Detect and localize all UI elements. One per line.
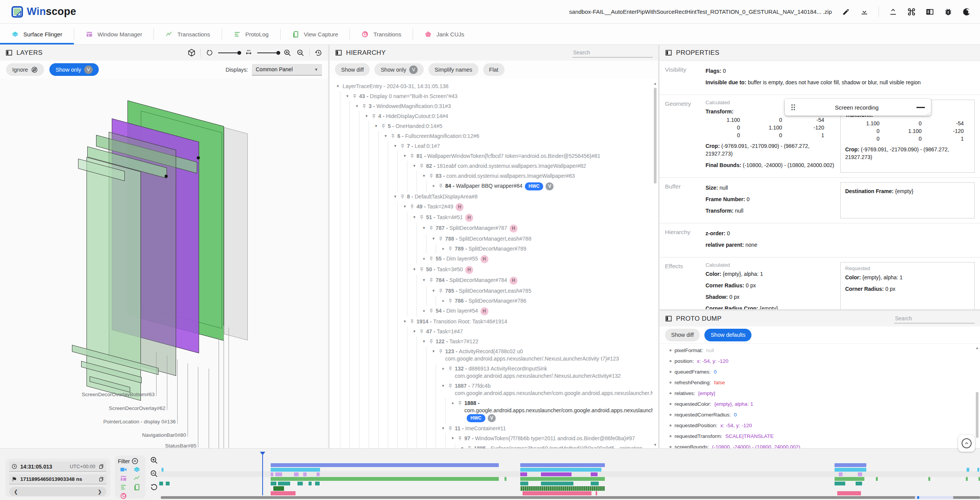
trace-segment-wm-purple-light[interactable] xyxy=(858,472,862,476)
tab-protolog[interactable]: ProtoLog xyxy=(222,24,280,44)
proto-entry-pixelFormat[interactable]: pixelFormat: null xyxy=(670,348,974,353)
ignore-button[interactable]: Ignore xyxy=(6,63,44,76)
proto-entry-queuedFrames[interactable]: queuedFrames: 0 xyxy=(670,369,974,375)
window-manager-filter-icon[interactable] xyxy=(120,475,127,482)
layer-rect-back-grey[interactable] xyxy=(224,127,248,341)
show-only-button[interactable]: Show only V xyxy=(49,63,99,76)
tree-node-784[interactable]: ▼784 - SplitDecorManager#784H xyxy=(421,275,653,286)
tree-node-root[interactable]: ▼LayerTraceEntry - 2024-03-31, 14:31:05.… xyxy=(335,81,653,91)
trace-segment-transactions-green[interactable] xyxy=(271,477,499,481)
tree-node-787[interactable]: ▼787 - SplitDecorManager#787H xyxy=(421,223,653,234)
tree-node-1914[interactable]: ▼1914 - Transition Root: Task=46#1914 xyxy=(402,316,653,326)
bug-report-icon[interactable] xyxy=(944,8,952,16)
tab-window-manager[interactable]: Window Manager xyxy=(74,24,154,44)
tree-node-55[interactable]: 55 - Dim layer#55H xyxy=(421,254,653,264)
trace-segment-transactions-green[interactable] xyxy=(876,477,878,481)
trace-segment-transactions-green[interactable] xyxy=(978,477,980,481)
proto-entry-refreshPending[interactable]: refreshPending: false xyxy=(670,380,974,385)
flat-button[interactable]: Flat xyxy=(483,63,505,76)
trace-segment-viewcapture-teal[interactable] xyxy=(271,482,276,485)
proto-entry-relatives[interactable]: relatives: [empty] xyxy=(670,390,974,396)
spacing-icon[interactable] xyxy=(244,49,253,57)
spacing-slider[interactable] xyxy=(257,52,279,53)
tree-node-4[interactable]: ▼4 - HideDisplayCutout:0:14#4 xyxy=(364,111,653,121)
upload-icon[interactable] xyxy=(889,8,897,16)
reset-view-icon[interactable] xyxy=(314,49,323,57)
zoom-out-icon[interactable] xyxy=(296,49,305,57)
protolog-filter-icon[interactable] xyxy=(120,484,127,491)
tree-node-5[interactable]: ▼5 - OneHanded:0:14#5 xyxy=(373,121,653,131)
simplify-names-button[interactable]: Simplify names xyxy=(428,63,478,76)
screen-recording-filter-icon[interactable] xyxy=(120,466,127,473)
trace-segment-transitions-pink[interactable] xyxy=(596,491,597,495)
resize-handle[interactable] xyxy=(926,112,931,114)
trace-segment-screenrec-darkgreen-hatched[interactable] xyxy=(520,486,605,491)
trace-segment-screenrec-darkgreen[interactable] xyxy=(273,486,284,491)
view-capture-filter-icon[interactable] xyxy=(133,484,140,491)
hierarchy-scrollbar[interactable]: ▲ ▼ xyxy=(653,82,657,447)
trace-segment-viewcapture-teal[interactable] xyxy=(591,482,599,485)
tree-node-50[interactable]: ▼50 - Task=3#50H xyxy=(412,264,653,275)
drag-handle-icon[interactable] xyxy=(790,104,797,111)
proto-entry-requestedColor[interactable]: requestedColor: {empty}, alpha: 1 xyxy=(670,401,974,407)
trace-segment-wm-purple-light[interactable] xyxy=(271,472,273,476)
trace-segment-viewcapture-teal[interactable] xyxy=(541,482,573,485)
tab-surface-flinger[interactable]: Surface Flinger xyxy=(0,24,74,44)
tab-transactions[interactable]: Transactions xyxy=(154,24,221,44)
tree-node-8[interactable]: ▼8 - DefaultTaskDisplayArea#8 xyxy=(392,192,653,202)
trace-segment-viewcapture-teal[interactable] xyxy=(520,482,528,485)
display-select[interactable]: Common Panel▼ xyxy=(252,64,322,75)
timeline-reset-icon[interactable] xyxy=(150,483,158,491)
tab-view-capture[interactable]: View Capture xyxy=(281,24,350,44)
trace-segment-transactions-green[interactable] xyxy=(835,477,864,481)
timeline-zoom-out-icon[interactable] xyxy=(150,470,158,478)
show-only-button[interactable]: Show onlyV xyxy=(374,63,424,76)
copy-icon[interactable] xyxy=(98,464,104,469)
show-diff-button[interactable]: Show diff xyxy=(335,63,370,76)
trace-segment-sf-cyan[interactable] xyxy=(967,468,969,472)
trace-segment-viewcapture-teal[interactable] xyxy=(159,482,163,485)
minimize-button[interactable] xyxy=(916,107,925,108)
trace-segment-protolog-blue[interactable] xyxy=(271,463,499,467)
tree-node-1888[interactable]: 1888 - com.google.android.apps.nexuslaun… xyxy=(450,398,653,423)
trace-segment-wm-purple-dark[interactable] xyxy=(541,472,572,476)
timeline-scrollbar[interactable] xyxy=(161,496,980,499)
trace-segment-viewcapture-teal[interactable] xyxy=(278,482,290,485)
human-time-row[interactable]: 14:31:05.013 UTC+00:00 xyxy=(9,462,106,472)
copy-icon[interactable] xyxy=(98,476,104,482)
proto-entry-screenBounds[interactable]: screenBounds: (-10800, -24000) - (10800,… xyxy=(670,444,974,448)
trace-segment-wm-purple-light[interactable] xyxy=(294,472,299,476)
ns-time-row[interactable]: 1711895465013903348 ns xyxy=(9,474,106,484)
trace-segment-wm-purple-light[interactable] xyxy=(303,472,307,476)
tree-node-43[interactable]: ▼43 - Display 0 name="Built-in Screen"#4… xyxy=(345,91,653,101)
proto-entry-requestedPosition[interactable]: requestedPosition: x: -54, y: -120 xyxy=(670,423,974,428)
trace-segment-transactions-green[interactable] xyxy=(505,477,506,481)
rotation-icon[interactable] xyxy=(205,49,214,57)
tree-node-123[interactable]: ▼123 - ActivityRecord{4788c02 u0 com.goo… xyxy=(431,346,653,364)
zoom-in-icon[interactable] xyxy=(283,49,292,57)
trace-segment-protolog-blue[interactable] xyxy=(835,463,866,467)
tree-node-1895[interactable]: ▼1895 - Surface(name=3baac60 InputMethod… xyxy=(459,443,653,448)
tree-node-788[interactable]: ▼788 - SplitDecorManagerLeash#788 xyxy=(431,234,653,244)
tree-node-81[interactable]: ▼81 - WallpaperWindowToken{fcfbcd7 token… xyxy=(402,151,653,161)
trace-segment-transactions-green[interactable] xyxy=(520,477,605,481)
proto-entry-position[interactable]: position: x: -54, y: -120 xyxy=(670,358,974,364)
transactions-filter-icon[interactable] xyxy=(133,475,140,482)
tree-node-49[interactable]: ▼49 - Task=2#49H xyxy=(402,202,653,212)
trace-segment-viewcapture-teal[interactable] xyxy=(856,482,862,485)
frame-stepper[interactable]: ❮❯ xyxy=(9,487,106,496)
trace-segment-wm-purple-dark[interactable] xyxy=(591,472,598,476)
trace-segment-wm-purple-light[interactable] xyxy=(317,472,320,476)
tree-node-51[interactable]: ▼51 - Task=4#51H xyxy=(412,212,653,223)
screen-recording-window[interactable]: Screen recording xyxy=(785,99,931,116)
edit-icon[interactable] xyxy=(842,8,850,16)
proto-entry-requestedCornerRadius[interactable]: requestedCornerRadius: 0 xyxy=(670,412,974,418)
hierarchy-search-input[interactable] xyxy=(573,49,652,56)
tree-node-789[interactable]: 789 - SplitDecorManager#789 xyxy=(440,244,653,254)
surface-flinger-filter-icon[interactable] xyxy=(133,466,140,473)
trace-segment-viewcapture-teal[interactable] xyxy=(315,482,320,485)
download-icon[interactable] xyxy=(860,8,869,16)
tree-node-786[interactable]: 786 - SplitDecorManager#786 xyxy=(440,296,653,306)
trace-segment-sf-cyan[interactable] xyxy=(162,468,163,472)
tree-node-7[interactable]: ▼7 - Leaf:0:1#7 xyxy=(392,141,653,151)
